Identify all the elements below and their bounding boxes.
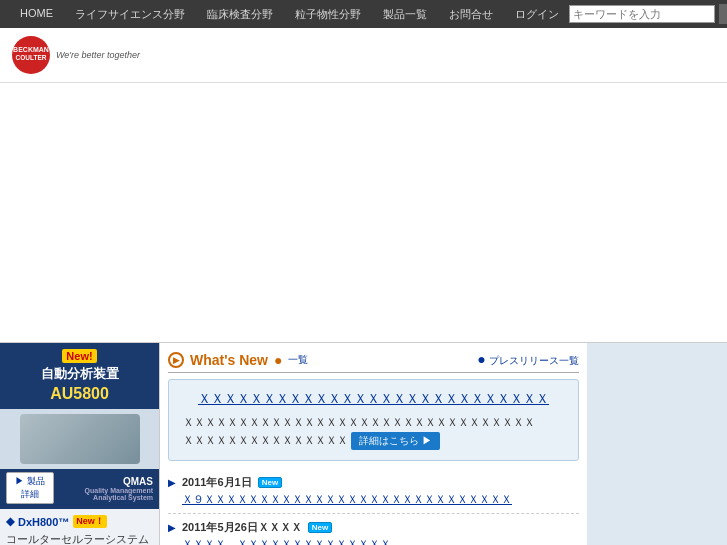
banner-product-name: 自動分析装置 xyxy=(6,365,153,383)
logo-area: BECKMAN COULTER We're better together xyxy=(0,28,727,83)
main-container: New! 自動分析装置 AU5800 ▶ 製品詳細 QMAS Quality M… xyxy=(0,343,727,545)
news-title-1[interactable]: Ｘ９ＸＸＸＸＸＸＸＸＸＸＸＸＸＸＸＸＸＸＸＸＸＸＸＸＸＸＸＸ xyxy=(182,492,579,507)
banner-image-area xyxy=(0,409,159,469)
triangle-icon-1: ▶ xyxy=(168,477,176,488)
dxh800-name: DxH800™ xyxy=(18,516,69,528)
logo-text: We're better together xyxy=(56,50,140,60)
nav-products[interactable]: 製品一覧 xyxy=(373,3,437,26)
news-item: ▶ 2011年5月26日ＸＸＸＸ New ＸＸＸＸ ＸＸＸＸＸＸＸＸＸＸＸＸＸＸ xyxy=(168,514,579,545)
header-search: 検索 xyxy=(569,4,727,24)
featured-desc-line1: ＸＸＸＸＸＸＸＸＸＸＸＸＸＸＸＸＸＸＸＸＸＸＸＸＸＸＸＸＸＸＸＸ xyxy=(183,416,535,428)
right-panel xyxy=(587,343,727,545)
news-title-2[interactable]: ＸＸＸＸ ＸＸＸＸＸＸＸＸＸＸＸＸＸＸ xyxy=(182,537,579,545)
list-link[interactable]: 一覧 xyxy=(288,353,308,367)
whats-new-header: ▶ What's New ● 一覧 ● プレスリリース一覧 xyxy=(168,351,579,373)
qmas-subtitle: Quality Management Analytical System xyxy=(54,487,153,501)
featured-banner: ＸＸＸＸＸＸＸＸＸＸＸＸＸＸＸＸＸＸＸＸＸＸＸＸＸＸＸ ＸＸＸＸＸＸＸＸＸＸＸＸ… xyxy=(168,379,579,461)
qmas-name: QMAS xyxy=(54,476,153,487)
dot-orange: ● xyxy=(274,352,282,368)
dxh800-section: ◆ DxH800™ New！ コールターセルラーシステム xyxy=(0,507,159,545)
news-date-2: 2011年5月26日ＸＸＸＸ xyxy=(182,520,302,535)
au5800-machine-image xyxy=(20,414,140,464)
advert-space xyxy=(0,83,727,343)
search-button[interactable]: 検索 xyxy=(719,4,727,24)
featured-desc-line2: ＸＸＸＸＸＸＸＸＸＸＸＸＸＸＸ xyxy=(183,434,348,446)
news-new-badge-2: New xyxy=(308,522,332,533)
nav-contact[interactable]: お問合せ xyxy=(439,3,503,26)
dxh800-subtitle: コールターセルラーシステム xyxy=(6,532,153,545)
news-date-1: 2011年6月1日 xyxy=(182,475,252,490)
news-date-row-1: ▶ 2011年6月1日 New xyxy=(168,475,579,490)
banner-model: AU5800 xyxy=(6,385,153,403)
news-item: ▶ 2011年6月1日 New Ｘ９ＸＸＸＸＸＸＸＸＸＸＸＸＸＸＸＸＸＸＸＸＸＸ… xyxy=(168,469,579,514)
dxh800-title: ◆ DxH800™ New！ xyxy=(6,515,153,528)
svg-text:BECKMAN: BECKMAN xyxy=(13,46,49,53)
au5800-banner[interactable]: New! 自動分析装置 AU5800 xyxy=(0,343,159,409)
product-detail-button[interactable]: ▶ 製品詳細 xyxy=(6,472,54,504)
nav-login[interactable]: ログイン xyxy=(505,3,569,26)
news-date-row-2: ▶ 2011年5月26日ＸＸＸＸ New xyxy=(168,520,579,535)
nav-clinical[interactable]: 臨床検査分野 xyxy=(197,3,283,26)
sidebar: New! 自動分析装置 AU5800 ▶ 製品詳細 QMAS Quality M… xyxy=(0,343,160,545)
dot-blue: ● xyxy=(477,351,485,367)
nav-particle[interactable]: 粒子物性分野 xyxy=(285,3,371,26)
featured-banner-desc: ＸＸＸＸＸＸＸＸＸＸＸＸＸＸＸＸＸＸＸＸＸＸＸＸＸＸＸＸＸＸＸＸ ＸＸＸＸＸＸＸ… xyxy=(183,414,564,450)
nav-home[interactable]: HOME xyxy=(10,3,63,26)
arrow-circle-icon: ▶ xyxy=(168,352,184,368)
whats-new-left: ▶ What's New ● 一覧 xyxy=(168,352,308,368)
qmas-logo: QMAS Quality Management Analytical Syste… xyxy=(54,476,153,501)
logo-box: BECKMAN COULTER We're better together xyxy=(12,36,715,74)
featured-banner-title[interactable]: ＸＸＸＸＸＸＸＸＸＸＸＸＸＸＸＸＸＸＸＸＸＸＸＸＸＸＸ xyxy=(183,390,564,408)
search-input[interactable] xyxy=(569,5,715,23)
whats-new-title: What's New xyxy=(190,352,268,368)
nav-life-science[interactable]: ライフサイエンス分野 xyxy=(65,3,195,26)
triangle-icon-2: ▶ xyxy=(168,522,176,533)
press-release-link[interactable]: プレスリリース一覧 xyxy=(489,355,579,366)
news-new-badge-1: New xyxy=(258,477,282,488)
header-nav: HOME ライフサイエンス分野 臨床検査分野 粒子物性分野 製品一覧 お問合せ … xyxy=(0,0,727,28)
dxh800-new-badge: New！ xyxy=(73,515,107,528)
svg-text:COULTER: COULTER xyxy=(16,54,47,61)
main-content: ▶ What's New ● 一覧 ● プレスリリース一覧 ＸＸＸＸＸＸＸＸＸＸ… xyxy=(160,343,587,545)
nav-links: HOME ライフサイエンス分野 臨床検査分野 粒子物性分野 製品一覧 お問合せ … xyxy=(10,3,569,26)
detail-btn[interactable]: 詳細はこちら xyxy=(351,432,440,450)
news-list: ▶ 2011年6月1日 New Ｘ９ＸＸＸＸＸＸＸＸＸＸＸＸＸＸＸＸＸＸＸＸＸＸ… xyxy=(168,469,579,545)
diamond-icon: ◆ xyxy=(6,515,14,528)
banner-new-badge: New! xyxy=(62,349,96,363)
beckman-coulter-logo-icon: BECKMAN COULTER xyxy=(12,36,50,74)
banner-bottom: ▶ 製品詳細 QMAS Quality Management Analytica… xyxy=(0,469,159,507)
whats-new-right: ● プレスリリース一覧 xyxy=(477,351,579,368)
logo-tagline: We're better together xyxy=(56,50,140,60)
